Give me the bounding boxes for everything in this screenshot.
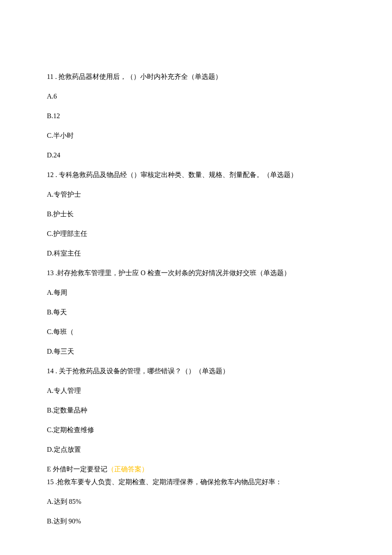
question-text: .封存抢救车管理里，护士应 O 检查一次封条的完好情况并做好交班（单选题） [54,269,291,276]
option-12-C: C.护理部主任 [47,229,345,239]
option-14-D: D.定点放置 [47,445,345,455]
correct-answer-label: （正确答案） [107,465,148,473]
option-13-B: B.每天 [47,307,345,317]
question-number: 12 [47,171,54,178]
option-14-B: B.定数量品种 [47,405,345,416]
option-15-A: A.达到 85% [47,497,345,507]
question-11-stem: 11 . 抢救药品器材使用后，（）小时内补充齐全（单选题） [47,72,345,82]
question-text: . 专科急救药品及物品经（）审核定出种类、数量、规格、剂量配备。（单选题） [54,171,297,178]
option-13-C: C.每班（ [47,327,345,337]
question-text: . 抢救药品器材使用后，（）小时内补充齐全（单选题） [53,73,222,80]
question-14-stem: 14 . 关于抢救药品及设备的管理，哪些错误？（）（单选题） [47,366,345,376]
question-13-stem: 13 .封存抢救车管理里，护士应 O 检查一次封条的完好情况并做好交班（单选题） [47,268,345,278]
question-text: . 关于抢救药品及设备的管理，哪些错误？（）（单选题） [54,367,229,375]
option-14-C: C.定期检查维修 [47,425,345,435]
option-12-B: B.护士长 [47,209,345,219]
question-number: 14 [47,367,54,375]
question-text: .抢救车要专人负责、定期检查、定期清理保养，确保抢救车内物品完好率： [54,478,282,485]
question-number: 11 [47,73,53,80]
option-14-E: E 外借时一定要登记（正确答案） [47,464,345,474]
option-11-B: B.12 [47,111,345,121]
option-11-D: D.24 [47,150,345,160]
question-number: 13 [47,269,54,276]
option-14-A: A.专人管理 [47,386,345,396]
question-number: 15 [47,478,54,485]
option-12-A: A.专管护士 [47,189,345,200]
option-15-B: B.达到 90% [47,516,345,526]
document-page: 11 . 抢救药品器材使用后，（）小时内补充齐全（单选题） A.6 B.12 C… [0,0,392,555]
option-13-D: D.每三天 [47,346,345,357]
option-11-C: C.半小时 [47,131,345,141]
option-12-D: D.科室主任 [47,248,345,259]
option-13-A: A.每周 [47,288,345,298]
option-11-A: A.6 [47,91,345,102]
question-12-stem: 12 . 专科急救药品及物品经（）审核定出种类、数量、规格、剂量配备。（单选题） [47,170,345,180]
question-15-stem: 15 .抢救车要专人负责、定期检查、定期清理保养，确保抢救车内物品完好率： [47,477,345,487]
option-14-E-text: E 外借时一定要登记 [47,465,107,473]
